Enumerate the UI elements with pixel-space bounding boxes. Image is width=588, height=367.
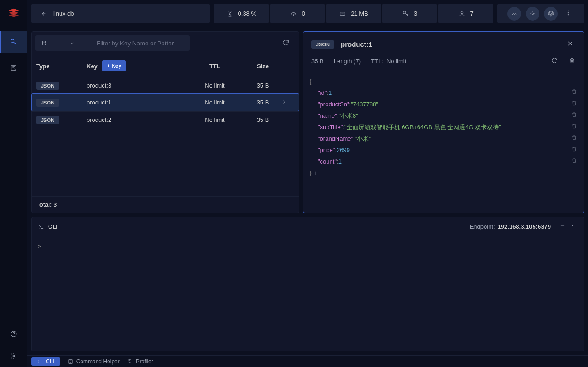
svg-point-10 [549,11,553,15]
svg-point-12 [568,11,569,11]
key-size: 35 B [245,82,281,89]
stat-keys[interactable]: 3 [382,4,437,23]
svg-point-17 [45,43,46,44]
detail-key-name: product:1 [341,40,372,48]
trash-icon [571,123,577,129]
user-icon [458,10,466,17]
key-ttl: No limit [185,116,245,123]
filter-input[interactable] [81,35,190,51]
svg-point-15 [42,44,43,44]
profiler-icon [127,358,133,365]
nav-help[interactable] [10,323,17,345]
table-row[interactable]: JSON product:2 No limit 35 B [32,111,299,128]
refresh-detail-button[interactable] [551,57,558,66]
nav-workbench[interactable] [0,57,27,79]
svg-point-13 [568,12,569,13]
col-type: Type [36,63,87,70]
delete-field-button[interactable] [571,110,577,121]
trash-icon [571,134,577,141]
key-name: product:1 [87,99,185,106]
bottom-bar: CLI Command Helper Profiler [27,355,588,367]
keys-pane: Type Key + Key TTL Size JSON product:3 N… [31,31,299,213]
sliders-icon [41,40,47,46]
close-icon [569,223,576,229]
delete-field-button[interactable] [571,87,577,99]
settings-button[interactable] [526,7,539,21]
stat-memory[interactable]: 21 MB [326,4,381,23]
svg-point-8 [532,13,534,15]
header: linux-db 0.38 % 0 21 MB 3 7 [27,0,588,27]
json-field[interactable]: "productSn" : "7437788" [310,99,577,110]
detail-type-badge: JSON [311,40,334,49]
key-ttl: No limit [185,82,245,89]
svg-point-4 [293,14,294,15]
type-filter-dropdown[interactable] [35,35,81,51]
trash-icon [571,100,577,106]
col-ttl: TTL [185,63,245,70]
refresh-keys-button[interactable] [277,39,295,48]
trash-icon [571,157,577,164]
add-field-button[interactable]: + [313,167,317,179]
key-size: 35 B [245,99,281,106]
close-cli-button[interactable] [567,221,577,232]
insights-button[interactable] [507,7,521,21]
chevron-down-icon [69,40,76,46]
stat-commands[interactable]: 0 [270,4,325,23]
sidebar [0,0,27,367]
type-badge: JSON [36,99,59,107]
refresh-icon [282,39,289,46]
svg-point-6 [403,11,406,13]
key-size: 35 B [245,116,281,123]
json-field[interactable]: "name" : "小米8" [310,110,577,121]
add-key-button[interactable]: + Key [102,60,126,71]
type-badge: JSON [36,116,59,124]
more-button[interactable] [562,10,574,17]
bottom-cli-button[interactable]: CLI [31,357,60,366]
delete-field-button[interactable] [571,99,577,110]
trash-icon [568,57,576,64]
nav-keys[interactable] [0,31,27,53]
json-field[interactable]: "brandName" : "小米" [310,133,577,144]
table-row[interactable]: JSON product:1 No limit 35 B [31,93,299,111]
delete-field-button[interactable] [571,133,577,144]
cli-body[interactable]: > [32,236,584,351]
app-logo[interactable] [0,0,27,27]
json-brace: } + [310,167,577,179]
detail-ttl: No limit [387,58,406,65]
delete-field-button[interactable] [571,156,577,167]
memory-icon [339,10,346,17]
delete-field-button[interactable] [571,121,577,133]
trash-icon [571,146,577,152]
db-selector[interactable]: linux-db [31,4,210,23]
stat-cpu[interactable]: 0.38 % [214,4,269,23]
stat-clients[interactable]: 7 [438,4,493,23]
profiler-button[interactable]: Profiler [127,358,153,365]
json-field[interactable]: "price" : 2699 [310,144,577,156]
json-field[interactable]: "subTitle" : "全面屏游戏智能手机 6GB+64GB 黑色 全网通4… [310,121,577,133]
hourglass-icon [226,10,234,17]
cli-endpoint: 192.168.3.105:6379 [498,223,551,230]
terminal-icon [38,224,44,230]
table-row[interactable]: JSON product:3 No limit 35 B [32,77,299,93]
nav-settings[interactable] [10,345,17,367]
minimize-cli-button[interactable] [557,221,567,232]
close-icon [566,40,574,47]
close-detail-button[interactable] [565,38,576,50]
json-field[interactable]: "count" : 1 [310,156,577,167]
command-helper-button[interactable]: Command Helper [67,358,120,365]
svg-point-14 [568,14,569,15]
pubsub-button[interactable] [544,7,558,21]
json-field[interactable]: "id" : 1 [310,87,577,99]
svg-point-7 [461,11,463,13]
cli-prompt: > [38,243,42,250]
cli-panel: CLI Endpoint: 192.168.3.105:6379 > [31,217,584,351]
db-name: linux-db [53,10,74,17]
detail-size: 35 B [311,58,324,65]
col-size: Size [245,63,281,70]
key-icon [402,10,409,17]
cli-title: CLI [48,223,58,230]
delete-key-button[interactable] [568,57,576,66]
delete-field-button[interactable] [571,144,577,156]
table-header: Type Key + Key TTL Size [32,55,299,77]
back-arrow-icon[interactable] [39,10,47,17]
